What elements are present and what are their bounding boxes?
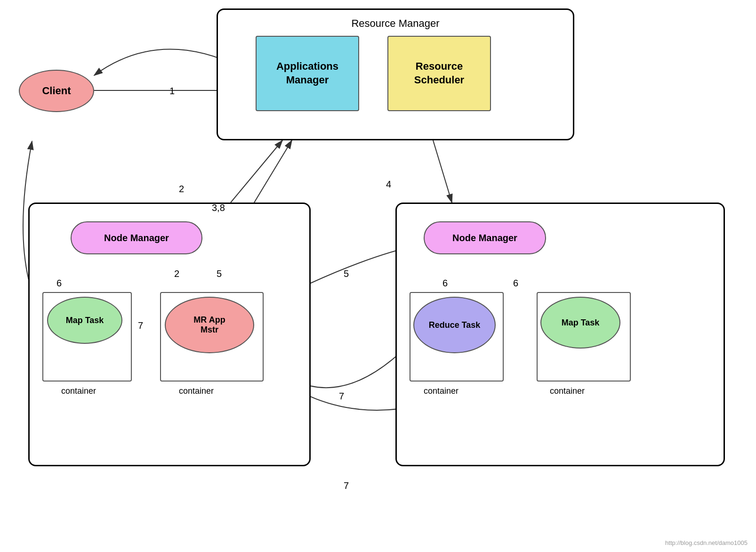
right-map-task-ellipse: Map Task (540, 297, 620, 349)
mr-app-label: MR AppMstr (193, 315, 225, 335)
arrow-label-7-left: 7 (138, 320, 143, 331)
arrow-label-3-8: 3,8 (212, 203, 225, 213)
left-node-manager-label: Node Manager (104, 233, 169, 244)
reduce-task-label: Reduce Task (429, 320, 481, 330)
arrow-label-7-right2: 7 (344, 480, 349, 491)
arrow-label-2-mid: 2 (174, 268, 179, 279)
right-map-task-label: Map Task (562, 318, 600, 328)
client-label: Client (42, 85, 71, 97)
left-map-container-label: container (61, 386, 96, 396)
arrow-label-6-right2: 6 (513, 278, 518, 289)
resource-scheduler-box: ResourceScheduler (387, 36, 491, 111)
left-map-task-ellipse: Map Task (47, 297, 122, 344)
arrow-label-5: 5 (344, 268, 349, 279)
applications-manager-label: ApplicationsManager (276, 60, 338, 87)
right-node-manager-label: Node Manager (452, 233, 517, 244)
arrow-label-2-top: 2 (179, 184, 184, 195)
reduce-task-ellipse: Reduce Task (413, 297, 496, 353)
arrow-label-6-right1: 6 (442, 278, 448, 289)
client-ellipse: Client (19, 70, 94, 112)
resource-manager-box: Resource Manager ApplicationsManager Res… (217, 8, 574, 140)
arrow-label-7-right1: 7 (339, 391, 344, 402)
arrow-label-6-left: 6 (56, 278, 62, 289)
resource-scheduler-label: ResourceScheduler (414, 60, 464, 87)
right-node-manager-ellipse: Node Manager (424, 221, 546, 254)
arrow-label-1: 1 (169, 86, 175, 97)
watermark: http://blog.csdn.net/damo1005 (665, 539, 748, 546)
right-reduce-container-label: container (424, 386, 458, 396)
mr-app-ellipse: MR AppMstr (165, 297, 254, 353)
right-map-container-label: container (550, 386, 585, 396)
arrow-label-4: 4 (386, 179, 391, 190)
left-node-manager-ellipse: Node Manager (71, 221, 202, 254)
applications-manager-box: ApplicationsManager (256, 36, 359, 111)
arrow-label-5-mid: 5 (217, 268, 222, 279)
left-mr-container-label: container (179, 386, 214, 396)
left-map-task-label: Map Task (66, 316, 104, 325)
resource-manager-title: Resource Manager (218, 17, 573, 30)
diagram-container: Resource Manager ApplicationsManager Res… (0, 0, 756, 552)
